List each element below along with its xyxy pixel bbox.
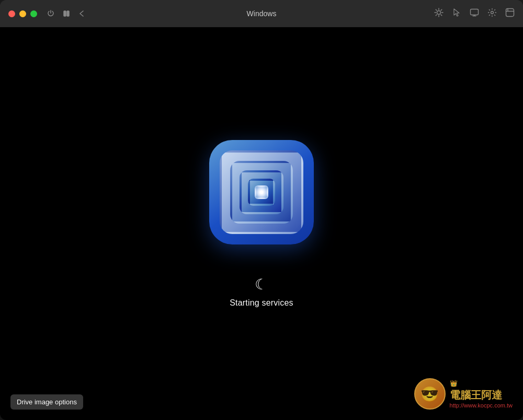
svg-point-14 <box>491 11 494 14</box>
power-icon[interactable] <box>47 9 55 18</box>
app-window: Windows <box>0 0 523 420</box>
svg-rect-15 <box>506 9 514 17</box>
watermark-avatar: 😎 <box>414 378 446 410</box>
traffic-lights <box>8 10 37 17</box>
status-text: Starting services <box>230 298 293 308</box>
watermark-url: http://www.kocpc.com.tw <box>450 402 513 409</box>
titlebar-right-icons <box>434 8 515 19</box>
brightness-icon[interactable] <box>434 8 444 19</box>
titlebar: Windows <box>0 0 523 27</box>
settings-icon[interactable] <box>487 8 497 19</box>
bottom-bar: Drive image options <box>10 394 83 410</box>
main-content: ☾ Starting services Drive image options … <box>0 27 523 420</box>
watermark-crown: 👑 <box>450 380 458 387</box>
status-area: ☾ Starting services <box>230 276 293 308</box>
nested-squares-logo <box>220 150 303 234</box>
square-center <box>255 185 268 199</box>
back-icon[interactable] <box>78 9 86 18</box>
svg-line-7 <box>436 9 437 10</box>
app-icon-container <box>209 140 314 244</box>
watermark-text-container: 👑 電腦王阿達 http://www.kocpc.com.tw <box>450 380 513 409</box>
maximize-button[interactable] <box>30 10 37 17</box>
svg-line-8 <box>441 15 442 16</box>
titlebar-controls <box>47 9 86 18</box>
app-icon-titlebar[interactable] <box>505 8 515 19</box>
app-icon <box>209 140 314 244</box>
cursor-icon[interactable] <box>452 8 461 19</box>
pause-icon[interactable] <box>62 9 71 18</box>
drive-image-options-button[interactable]: Drive image options <box>10 394 83 410</box>
svg-rect-11 <box>471 9 479 15</box>
window-title: Windows <box>247 9 277 18</box>
loading-icon: ☾ <box>255 276 268 293</box>
display-icon[interactable] <box>470 8 479 19</box>
svg-point-2 <box>437 11 441 15</box>
svg-line-9 <box>441 9 442 10</box>
watermark: 😎 👑 電腦王阿達 http://www.kocpc.com.tw <box>414 378 513 410</box>
svg-rect-1 <box>67 11 69 16</box>
svg-line-10 <box>436 15 437 16</box>
close-button[interactable] <box>8 10 15 17</box>
watermark-chinese-name: 電腦王阿達 <box>450 388 502 402</box>
minimize-button[interactable] <box>19 10 26 17</box>
svg-rect-0 <box>64 11 66 16</box>
